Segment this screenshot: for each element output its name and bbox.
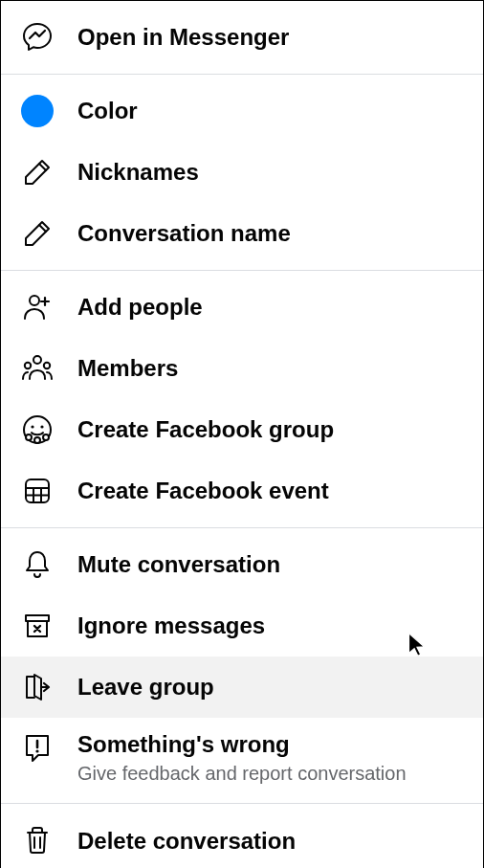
menu-item-label: Nicknames xyxy=(77,157,199,187)
menu-item-add-people[interactable]: Add people xyxy=(1,277,483,338)
add-person-icon xyxy=(18,288,56,326)
menu-item-label: Conversation name xyxy=(77,218,291,248)
menu-item-label: Add people xyxy=(77,292,203,322)
calendar-icon xyxy=(18,472,56,510)
conversation-settings-menu: Open in MessengerColorNicknamesConversat… xyxy=(0,0,484,868)
menu-item-text: Color xyxy=(77,92,138,130)
menu-item-text: Something's wrongGive feedback and repor… xyxy=(77,729,407,786)
menu-section: Add peopleMembersCreate Facebook groupCr… xyxy=(1,271,483,528)
menu-section: Delete conversation xyxy=(1,804,483,868)
menu-item-color[interactable]: Color xyxy=(1,80,483,142)
menu-item-text: Members xyxy=(77,349,178,388)
menu-item-create-event[interactable]: Create Facebook event xyxy=(1,460,483,522)
menu-section: ColorNicknamesConversation name xyxy=(1,75,483,271)
trash-icon xyxy=(18,821,56,859)
menu-item-text: Mute conversation xyxy=(77,545,280,584)
menu-item-label: Something's wrong xyxy=(77,729,407,759)
archive-x-icon xyxy=(18,607,56,645)
menu-item-conv-name[interactable]: Conversation name xyxy=(1,203,483,264)
menu-section: Open in Messenger xyxy=(1,1,483,75)
menu-item-text: Conversation name xyxy=(77,214,291,253)
menu-item-label: Ignore messages xyxy=(77,611,265,640)
menu-item-text: Delete conversation xyxy=(77,821,296,859)
menu-section: Mute conversationIgnore messagesLeave gr… xyxy=(1,528,483,804)
menu-item-ignore[interactable]: Ignore messages xyxy=(1,595,483,657)
menu-item-label: Create Facebook group xyxy=(77,414,334,444)
menu-item-text: Nicknames xyxy=(77,153,199,191)
menu-item-label: Mute conversation xyxy=(77,549,280,579)
bell-icon xyxy=(18,545,56,584)
menu-item-wrong[interactable]: Something's wrongGive feedback and repor… xyxy=(1,718,483,797)
smiley-group-icon xyxy=(18,411,56,449)
menu-item-nicknames[interactable]: Nicknames xyxy=(1,142,483,203)
messenger-icon xyxy=(18,18,56,56)
menu-item-text: Create Facebook event xyxy=(77,472,329,510)
menu-item-label: Members xyxy=(77,353,178,383)
color-dot-icon xyxy=(18,92,56,130)
menu-item-label: Delete conversation xyxy=(77,826,296,856)
menu-item-text: Ignore messages xyxy=(77,607,265,645)
menu-item-delete[interactable]: Delete conversation xyxy=(1,810,483,868)
menu-item-text: Leave group xyxy=(77,668,214,706)
menu-item-label: Create Facebook event xyxy=(77,476,329,505)
menu-item-open-messenger[interactable]: Open in Messenger xyxy=(1,7,483,68)
members-icon xyxy=(18,349,56,388)
menu-item-sublabel: Give feedback and report conversation xyxy=(77,761,407,786)
menu-item-text: Create Facebook group xyxy=(77,411,334,449)
pencil-icon xyxy=(18,153,56,191)
menu-item-members[interactable]: Members xyxy=(1,338,483,399)
pencil-icon xyxy=(18,214,56,253)
menu-item-mute[interactable]: Mute conversation xyxy=(1,534,483,595)
leave-icon xyxy=(18,668,56,706)
menu-item-label: Open in Messenger xyxy=(77,22,289,52)
menu-item-leave[interactable]: Leave group xyxy=(1,657,483,718)
menu-item-text: Open in Messenger xyxy=(77,18,289,56)
menu-item-create-group[interactable]: Create Facebook group xyxy=(1,399,483,460)
warning-icon xyxy=(18,729,56,768)
menu-item-label: Color xyxy=(77,96,138,125)
menu-item-text: Add people xyxy=(77,288,203,326)
menu-item-label: Leave group xyxy=(77,672,214,701)
